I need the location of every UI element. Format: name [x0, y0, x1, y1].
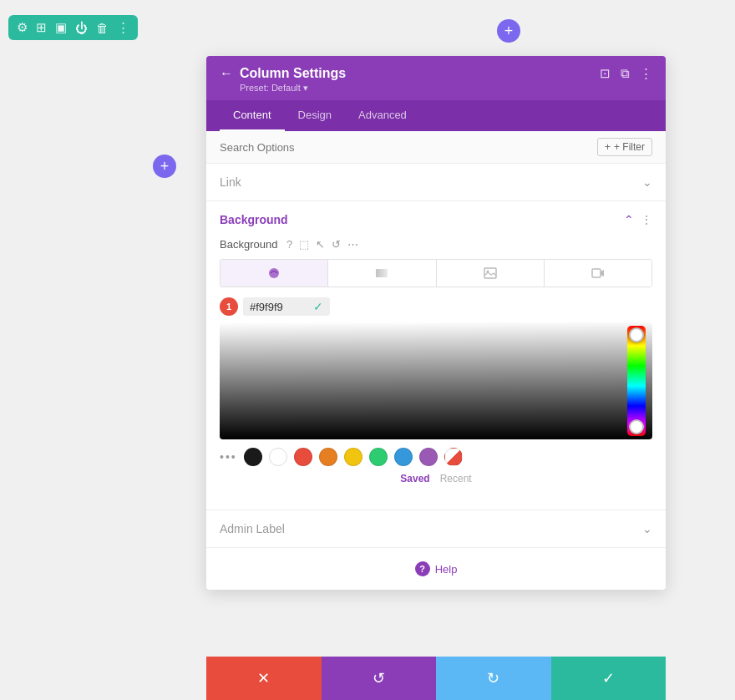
background-section-content: Background ? ⬚ ↖ ↺ ⋯ — [206, 238, 666, 510]
swatches-row: ••• — [220, 439, 652, 469]
cancel-button[interactable]: ✕ — [206, 657, 322, 700]
undo-icon: ↺ — [373, 669, 385, 687]
add-button-top[interactable]: + — [497, 19, 520, 43]
top-toolbar: ⚙ ⊞ ▣ ⏻ 🗑 ⋮ — [8, 15, 138, 40]
background-label-row: Background ? ⬚ ↖ ↺ ⋯ — [220, 238, 652, 251]
swatch-white[interactable] — [269, 448, 287, 466]
filter-button[interactable]: + + Filter — [597, 138, 652, 156]
background-chevron-up-icon: ⌃ — [624, 213, 634, 226]
saved-tab[interactable]: Saved — [400, 473, 429, 484]
bg-type-video[interactable] — [545, 260, 651, 287]
power-icon[interactable]: ⏻ — [75, 21, 88, 35]
swatch-green[interactable] — [369, 448, 388, 466]
tab-design[interactable]: Design — [285, 100, 345, 131]
color-picker-canvas[interactable] — [220, 322, 652, 439]
bottom-action-bar: ✕ ↺ ↻ ✓ — [206, 657, 666, 700]
confirm-icon: ✓ — [602, 669, 615, 687]
swatch-blue[interactable] — [394, 448, 413, 466]
hue-slider-wrap[interactable] — [627, 322, 646, 439]
link-section-header[interactable]: Link ⌄ — [206, 164, 666, 200]
hex-input-wrap: #f9f9f9 ✓ — [243, 297, 330, 316]
bg-type-gradient[interactable] — [328, 260, 436, 287]
undo-button[interactable]: ↺ — [322, 657, 437, 700]
cursor-icon[interactable]: ↖ — [316, 238, 325, 251]
tab-advanced[interactable]: Advanced — [345, 100, 420, 131]
background-section: Background ⌃ ⋮ Background ? ⬚ ↖ ↺ ⋯ — [206, 201, 666, 510]
search-input[interactable] — [220, 141, 597, 154]
help-row[interactable]: ? Help — [206, 548, 666, 590]
background-field-label: Background — [220, 238, 278, 251]
redo-icon: ↻ — [487, 669, 499, 687]
fullscreen-icon[interactable]: ⊡ — [600, 66, 611, 81]
admin-label-section-header[interactable]: Admin Label ⌄ — [206, 510, 666, 547]
svg-point-0 — [269, 268, 279, 278]
background-more-icon[interactable]: ⋮ — [641, 213, 652, 226]
columns-icon[interactable]: ⧉ — [621, 66, 630, 81]
svg-rect-4 — [592, 269, 601, 277]
confirm-button[interactable]: ✓ — [551, 657, 667, 700]
reset-icon[interactable]: ↺ — [332, 238, 341, 251]
swatch-red[interactable] — [294, 448, 312, 466]
hex-input[interactable]: #f9f9f9 — [250, 301, 308, 313]
recent-tab[interactable]: Recent — [440, 473, 472, 484]
svg-rect-2 — [484, 268, 496, 278]
link-section: Link ⌄ — [206, 164, 666, 201]
swatch-purple[interactable] — [419, 448, 438, 466]
settings-icon[interactable]: ⚙ — [17, 20, 28, 35]
swatch-orange[interactable] — [319, 448, 337, 466]
hex-input-row: 1 #f9f9f9 ✓ — [220, 297, 652, 316]
more-icon[interactable]: ⋮ — [117, 20, 129, 35]
background-section-header[interactable]: Background ⌃ ⋮ — [206, 201, 666, 238]
link-chevron-icon: ⌄ — [642, 175, 652, 189]
desktop-icon[interactable]: ⬚ — [299, 238, 309, 251]
background-type-tabs — [220, 259, 652, 287]
hue-thumb-top[interactable] — [629, 327, 644, 342]
svg-rect-1 — [376, 269, 388, 277]
panel-title: Column Settings — [240, 66, 346, 81]
bg-options-icon[interactable]: ⋯ — [347, 238, 358, 251]
tab-content[interactable]: Content — [220, 100, 285, 131]
tabs-bar: Content Design Advanced — [206, 100, 666, 131]
hue-thumb-bottom[interactable] — [629, 419, 644, 434]
help-label: Help — [435, 563, 458, 576]
help-inline-icon[interactable]: ? — [286, 238, 292, 251]
swatch-black[interactable] — [244, 448, 262, 466]
more-swatches-icon[interactable]: ••• — [220, 450, 237, 464]
swatch-transparent[interactable] — [444, 448, 463, 466]
color-picker-area: 1 #f9f9f9 ✓ — [220, 297, 652, 484]
admin-chevron-icon: ⌄ — [642, 522, 652, 535]
preset-label[interactable]: Preset: Default ▾ — [240, 83, 652, 94]
help-circle-icon: ? — [415, 561, 430, 576]
redo-button[interactable]: ↻ — [436, 657, 551, 700]
panel-body: Link ⌄ Background ⌃ ⋮ Background ? — [206, 164, 666, 590]
admin-label-title: Admin Label — [220, 522, 285, 535]
add-button-left[interactable]: + — [153, 155, 176, 178]
swatch-yellow[interactable] — [344, 448, 362, 466]
cancel-icon: ✕ — [257, 669, 270, 687]
link-section-title: Link — [220, 175, 241, 189]
search-bar: + + Filter — [206, 131, 666, 164]
background-section-title: Background — [220, 213, 288, 226]
panel-header: ← Column Settings ⊡ ⧉ ⋮ Preset: Default … — [206, 56, 666, 100]
color-index-badge: 1 — [220, 297, 238, 316]
trash-icon[interactable]: 🗑 — [96, 21, 109, 35]
saved-recent-tabs: Saved Recent — [220, 473, 652, 484]
filter-plus-icon: + — [605, 141, 611, 153]
admin-label-section: Admin Label ⌄ — [206, 510, 666, 548]
grid-icon[interactable]: ⊞ — [36, 20, 47, 35]
column-settings-panel: ← Column Settings ⊡ ⧉ ⋮ Preset: Default … — [206, 56, 666, 590]
layout-icon[interactable]: ▣ — [55, 20, 67, 35]
hex-confirm-icon[interactable]: ✓ — [313, 300, 323, 313]
back-button[interactable]: ← — [220, 66, 233, 81]
panel-more-icon[interactable]: ⋮ — [640, 66, 652, 81]
bg-type-image[interactable] — [437, 260, 545, 287]
bg-type-color[interactable] — [220, 260, 328, 287]
